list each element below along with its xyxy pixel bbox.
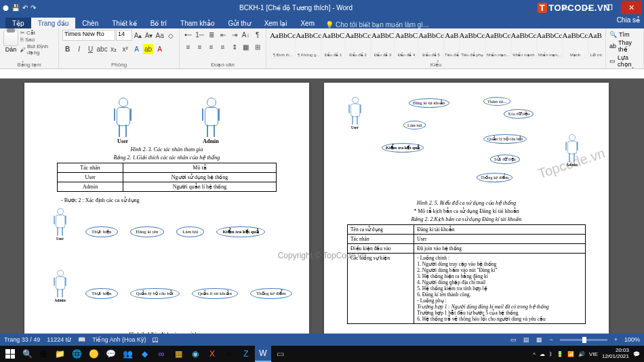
change-case-button[interactable]: Aa [155, 31, 165, 41]
app-xampp[interactable]: X [204, 346, 220, 362]
underline-button[interactable]: U [85, 44, 96, 54]
redo-icon[interactable]: ↷ [31, 4, 36, 12]
styles-gallery[interactable]: AaBbCc¶ Bình th...AaBbCc¶ Không g...AaBb… [270, 30, 602, 58]
tray-battery-icon[interactable]: 🔋 [557, 351, 563, 357]
shrink-font-button[interactable]: A▾ [144, 31, 154, 41]
task-view-icon[interactable]: ⊞ [35, 346, 52, 362]
text-effects-button[interactable]: A [132, 44, 142, 54]
tab-design[interactable]: Thiết kế [105, 18, 143, 28]
app-messenger[interactable]: 💬 [102, 346, 119, 362]
italic-button[interactable]: I [74, 44, 84, 54]
style-item[interactable]: AaBbCĐầu đề 1 [321, 30, 345, 58]
app-vscode[interactable]: ◆ [136, 346, 153, 362]
search-icon[interactable]: 🔍 [19, 346, 35, 362]
save-icon[interactable]: 💾 [12, 4, 20, 12]
align-right-button[interactable]: ≡ [206, 42, 216, 52]
close-button[interactable]: ✕ [621, 1, 641, 14]
ruler[interactable] [0, 69, 644, 79]
increase-indent-button[interactable]: ⇥ [229, 30, 239, 40]
font-color-button[interactable]: A [155, 44, 165, 54]
bullets-button[interactable]: •─ [183, 30, 193, 40]
superscript-button[interactable]: x² [120, 44, 130, 54]
style-item[interactable]: AaBbCcNhấn mạn... [485, 30, 511, 58]
style-item[interactable]: AaBbCĐầu đề 3 [371, 30, 395, 58]
tell-me-search[interactable]: 💡 Cho tôi biết bạn muốn làm gì... [325, 21, 429, 28]
tab-insert[interactable]: Chèn [75, 18, 105, 28]
numbering-button[interactable]: 1─ [195, 30, 205, 40]
align-left-button[interactable]: ≡ [183, 42, 193, 52]
line-spacing-button[interactable]: ⇕ [229, 42, 239, 52]
zoom-out-button[interactable]: − [549, 336, 552, 343]
tab-mailings[interactable]: Gửi thư [222, 18, 258, 28]
style-item[interactable]: AaBbCc¶ Không g... [296, 30, 321, 58]
app-edge[interactable]: 🌐 [68, 346, 85, 362]
print-layout-icon[interactable]: ▤ [523, 336, 529, 343]
tray-volume-icon[interactable]: 🔊 [578, 351, 585, 357]
font-name-select[interactable]: Times New Ro [62, 30, 115, 41]
style-item[interactable]: AaBbCcMạnh [563, 30, 588, 58]
app-sql[interactable]: ▦ [170, 346, 186, 362]
style-item[interactable]: AaBbCcNhấn mạn... [537, 30, 563, 58]
tray-bluetooth-icon[interactable]: ᛒ [549, 351, 552, 357]
autosave-toggle[interactable]: ⬤ [3, 5, 9, 11]
app-zalo[interactable]: Z [238, 346, 254, 362]
app-unknown[interactable]: ▭ [272, 346, 288, 362]
tray-onedrive-icon[interactable]: ☁ [540, 351, 545, 357]
undo-icon[interactable]: ↶ [22, 4, 28, 12]
tab-layout[interactable]: Bố trí [144, 18, 174, 28]
sort-button[interactable]: A↓ [241, 30, 251, 40]
spell-check-icon[interactable]: 📖 [78, 336, 85, 343]
tray-clock[interactable]: 20:03 12/01/2021 [602, 348, 629, 360]
word-count[interactable]: 11224 từ [47, 336, 71, 343]
app-steam[interactable]: ○ [221, 346, 237, 362]
replace-button[interactable]: ab Thay thế [609, 39, 640, 53]
language-indicator[interactable]: Tiếng Anh (Hoa Kỳ) [92, 336, 146, 343]
tab-references[interactable]: Tham khảo [174, 18, 221, 28]
copy-button[interactable]: ⎘ Sao [20, 37, 55, 43]
zoom-in-button[interactable]: + [614, 336, 618, 343]
tray-notifications-icon[interactable]: 💬 [633, 351, 640, 357]
justify-button[interactable]: ≡ [218, 42, 228, 52]
share-button[interactable]: Chia sẻ [617, 16, 640, 24]
page-indicator[interactable]: Trang 33 / 49 [4, 336, 40, 343]
grow-font-button[interactable]: A▴ [133, 31, 143, 41]
tab-home[interactable]: Trang đầu [31, 18, 76, 28]
app-word[interactable]: W [255, 346, 271, 362]
strike-button[interactable]: abc [97, 44, 107, 54]
decrease-indent-button[interactable]: ⇤ [218, 30, 228, 40]
multilevel-button[interactable]: ≣ [206, 30, 216, 40]
align-center-button[interactable]: ≡ [195, 42, 205, 52]
tray-chevron-icon[interactable]: ^ [533, 351, 536, 357]
find-button[interactable]: 🔍 Tìm [609, 31, 640, 38]
document-area[interactable]: User Admin Hình 2. 3. Các tác nhân tham … [0, 79, 644, 358]
app-chrome[interactable]: 🟡 [85, 346, 102, 362]
web-layout-icon[interactable]: ▦ [536, 336, 542, 343]
font-size-select[interactable]: 14 [116, 30, 132, 41]
bold-button[interactable]: B [62, 44, 73, 54]
style-item[interactable]: AaBbCĐầu đề 4 [395, 30, 418, 58]
shading-button[interactable]: ▦ [241, 42, 251, 52]
paste-button[interactable]: Dán [3, 30, 18, 53]
start-button[interactable] [1, 346, 19, 362]
clear-format-button[interactable]: ◇ [165, 31, 176, 41]
tab-review[interactable]: Xem lại [258, 18, 294, 28]
style-item[interactable]: AaBbCcĐầu đề 5 [418, 30, 444, 58]
highlight-button[interactable]: ab [143, 44, 153, 54]
zoom-slider[interactable] [560, 339, 607, 341]
app-netbeans[interactable]: ◉ [187, 346, 203, 362]
cut-button[interactable]: ✂ Cắt [20, 30, 55, 36]
style-item[interactable]: AaBbCcNhấn mạnh [511, 30, 537, 58]
style-item[interactable]: AaBbCcLời trích d... [588, 30, 603, 58]
format-painter-button[interactable]: 🖌 Bút Định dạng [20, 43, 55, 56]
show-marks-button[interactable]: ¶ [252, 30, 262, 40]
style-item[interactable]: AaBbCc¶ Bình th... [270, 30, 296, 58]
style-item[interactable]: AaBbCcTiêu đề phụ [460, 30, 485, 58]
borders-button[interactable]: ⊞ [252, 42, 262, 52]
tray-wifi-icon[interactable]: 📶 [567, 351, 574, 357]
tray-lang[interactable]: VIE [589, 351, 598, 357]
tab-view[interactable]: Xem [294, 18, 321, 28]
app-visualstudio[interactable]: ∞ [153, 346, 169, 362]
app-explorer[interactable]: 📁 [52, 346, 68, 362]
select-button[interactable]: ▭ Lựa chọn [609, 54, 640, 68]
read-mode-icon[interactable]: ▭ [510, 336, 517, 343]
